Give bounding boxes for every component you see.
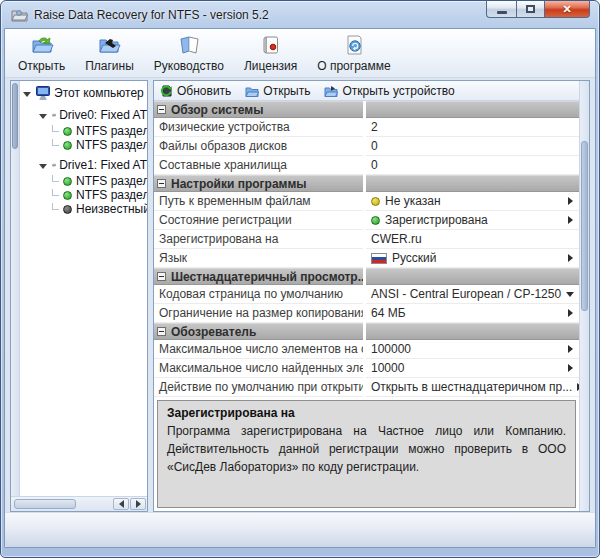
device-tree: Этот компьютер Drive0: xyxy=(20,81,147,496)
property-row[interactable]: Файлы образов дисков 0 xyxy=(154,137,579,156)
tree-item-drive0[interactable]: Drive0: Fixed AT xyxy=(20,106,147,124)
row-expand-arrow-icon[interactable] xyxy=(568,309,573,317)
refresh-button-label: Обновить xyxy=(177,84,231,98)
tree-hscroll-thumb[interactable] xyxy=(14,499,76,509)
section-title: Обозреватель xyxy=(171,325,256,339)
property-value: 100000 xyxy=(371,342,411,356)
about-icon xyxy=(342,33,366,57)
property-value: 0 xyxy=(371,139,378,153)
arrow-left-icon xyxy=(119,500,124,508)
tree-item-label: Drive0: Fixed AT xyxy=(59,108,147,122)
dark-status-dot xyxy=(63,205,72,214)
client-area: Открыть Плагины Руководство xyxy=(4,28,596,548)
tree-branch-tick xyxy=(52,139,59,146)
row-expand-arrow-icon[interactable] xyxy=(568,345,573,353)
tree-item-unknown[interactable]: Неизвестный xyxy=(20,202,147,216)
row-expand-arrow-icon[interactable] xyxy=(568,197,573,205)
property-label: Состояние регистрации xyxy=(154,211,363,230)
tree-vscroll-thumb[interactable] xyxy=(12,83,18,149)
property-value: 2 xyxy=(371,120,378,134)
property-row[interactable]: Действие по умолчанию при открытии... От… xyxy=(154,378,579,397)
tree-horizontal-scrollbar[interactable] xyxy=(11,496,147,511)
property-row[interactable]: Максимальное число элементов на стр... 1… xyxy=(154,340,579,359)
tree-item-computer[interactable]: Этот компьютер xyxy=(20,84,147,102)
tree-item-drive1[interactable]: Drive1: Fixed AT xyxy=(20,156,147,174)
section-header-system-overview[interactable]: Обзор системы xyxy=(154,101,579,118)
window-title: Raise Data Recovery for NTFS - version 5… xyxy=(34,8,269,22)
tree-item-partition[interactable]: NTFS раздел xyxy=(20,138,147,152)
plugins-folder-icon xyxy=(97,33,121,57)
maximize-icon xyxy=(526,5,535,13)
section-title: Шестнадцатеричный просмотр... xyxy=(171,270,368,284)
section-title: Настройки программы xyxy=(171,177,307,191)
maximize-button[interactable] xyxy=(516,0,544,18)
tree-item-partition[interactable]: NTFS раздел xyxy=(20,174,147,188)
close-icon: ✕ xyxy=(562,3,571,16)
panel-open-button[interactable]: Открыть xyxy=(245,84,310,98)
open-device-button[interactable]: Открыть устройство xyxy=(324,84,454,98)
tree-item-partition[interactable]: NTFS раздел xyxy=(20,188,147,202)
property-label: Физические устройства xyxy=(154,118,363,137)
property-row[interactable]: Кодовая страница по умолчанию ANSI - Cen… xyxy=(154,285,579,304)
license-button[interactable]: Лицензия xyxy=(235,29,306,77)
tree-item-label: NTFS раздел xyxy=(76,188,147,202)
property-row[interactable]: Язык Русский xyxy=(154,249,579,268)
about-button[interactable]: О программе xyxy=(308,29,399,77)
section-header-explorer[interactable]: Обозреватель xyxy=(154,323,579,340)
titlebar[interactable]: Raise Data Recovery for NTFS - version 5… xyxy=(4,1,596,28)
open-button[interactable]: Открыть xyxy=(9,29,74,77)
hdd-icon xyxy=(52,159,56,171)
open-folder-icon xyxy=(245,84,259,98)
section-header-program-settings[interactable]: Настройки программы xyxy=(154,175,579,192)
grid-vertical-scrollbar[interactable] xyxy=(579,81,589,511)
expand-arrow-icon[interactable] xyxy=(23,92,31,97)
property-row[interactable]: Максимальное число найденных элеме... 10… xyxy=(154,359,579,378)
manual-book-icon xyxy=(177,33,201,57)
scroll-left-button[interactable] xyxy=(113,498,129,510)
scroll-right-button[interactable] xyxy=(130,498,146,510)
collapse-icon[interactable] xyxy=(157,327,166,336)
property-row[interactable]: Ограничение на размер копирования 64 МБ xyxy=(154,304,579,323)
collapse-icon[interactable] xyxy=(157,179,166,188)
dropdown-arrow-icon[interactable] xyxy=(566,292,574,297)
section-header-hex-viewer[interactable]: Шестнадцатеричный просмотр... xyxy=(154,268,579,285)
green-status-dot xyxy=(63,141,72,150)
description-title: Зарегистрирована на xyxy=(167,406,566,420)
row-expand-arrow-icon[interactable] xyxy=(568,364,573,372)
tree-item-label: Drive1: Fixed AT xyxy=(59,158,147,172)
row-expand-arrow-icon[interactable] xyxy=(568,254,573,262)
collapse-icon[interactable] xyxy=(157,105,166,114)
open-folder-icon xyxy=(30,33,54,57)
green-status-dot xyxy=(371,216,380,225)
property-row[interactable]: Путь к временным файлам Не указан xyxy=(154,192,579,211)
property-description-panel: Зарегистрирована на Программа зарегистри… xyxy=(157,400,576,508)
yellow-status-dot xyxy=(371,197,380,206)
property-label: Максимальное число элементов на стр... xyxy=(154,340,363,359)
row-expand-arrow-icon[interactable] xyxy=(568,216,573,224)
tree-item-label: NTFS раздел xyxy=(76,124,147,138)
minimize-button[interactable] xyxy=(486,0,516,18)
property-value: 10000 xyxy=(371,361,404,375)
green-status-dot xyxy=(63,177,72,186)
plugins-button[interactable]: Плагины xyxy=(76,29,143,77)
property-label: Ограничение на размер копирования xyxy=(154,304,363,323)
close-button[interactable]: ✕ xyxy=(544,0,590,18)
property-value: Зарегистрирована xyxy=(385,213,488,227)
grid-vscroll-thumb[interactable] xyxy=(581,141,588,311)
property-row[interactable]: Физические устройства 2 xyxy=(154,118,579,137)
description-text: Программа зарегистрирована на Частное ли… xyxy=(167,422,566,476)
property-value: CWER.ru xyxy=(371,232,422,246)
russian-flag-icon xyxy=(371,253,387,264)
property-row[interactable]: Состояние регистрации Зарегистрирована xyxy=(154,211,579,230)
tree-item-partition[interactable]: NTFS раздел xyxy=(20,124,147,138)
green-status-dot xyxy=(63,191,72,200)
property-value: 0 xyxy=(371,158,378,172)
expand-arrow-icon[interactable] xyxy=(39,164,47,169)
manual-button[interactable]: Руководство xyxy=(145,29,233,77)
property-row[interactable]: Зарегистрирована на CWER.ru xyxy=(154,230,579,249)
property-row[interactable]: Составные хранилища 0 xyxy=(154,156,579,175)
collapse-icon[interactable] xyxy=(157,272,166,281)
refresh-button[interactable]: Обновить xyxy=(159,84,231,98)
expand-arrow-icon[interactable] xyxy=(39,114,47,119)
tree-vertical-scrollbar[interactable] xyxy=(11,81,20,496)
